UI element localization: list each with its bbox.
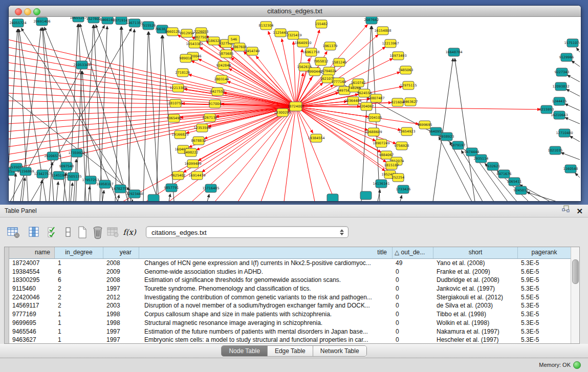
graph-node[interactable]: 1733426: [396, 185, 411, 193]
column-header-pagerank[interactable]: pagerank: [518, 247, 571, 258]
column-header-short[interactable]: short: [433, 247, 518, 258]
graph-node[interactable]: 8215953: [539, 105, 554, 114]
delete-table-icon[interactable]: [90, 225, 105, 240]
graph-edge[interactable]: [207, 194, 209, 201]
rows-icon[interactable]: [60, 225, 76, 240]
graph-node[interactable]: 8471676: [497, 170, 512, 178]
graph-node[interactable]: 1581245: [332, 58, 347, 67]
graph-edge[interactable]: [296, 106, 315, 201]
graph-node[interactable]: 13654923: [398, 127, 415, 136]
graph-node[interactable]: 8427552: [210, 87, 225, 96]
graph-node[interactable]: 12975115: [400, 81, 417, 90]
graph-node[interactable]: 12923448: [126, 190, 143, 198]
graph-node[interactable]: 16648784: [445, 48, 462, 56]
graph-node[interactable]: 1498222: [184, 148, 199, 157]
graph-node[interactable]: 1527802: [86, 17, 101, 23]
graph-node[interactable]: 252254: [392, 173, 405, 182]
graph-node[interactable]: 1815182: [384, 161, 399, 169]
graph-node[interactable]: 546: [228, 35, 239, 43]
graph-node[interactable]: 1125443: [273, 29, 288, 37]
table-options-icon[interactable]: [6, 225, 21, 240]
graph-node[interactable]: 155482: [315, 20, 328, 28]
graph-edge[interactable]: [9, 106, 296, 108]
graph-edge[interactable]: [115, 27, 121, 201]
graph-edge[interactable]: [296, 106, 540, 110]
graph-edge[interactable]: [568, 75, 580, 82]
graph-node[interactable]: 7625402: [171, 171, 186, 180]
graph-edge[interactable]: [570, 136, 580, 142]
graph-edge[interactable]: [191, 61, 296, 106]
column-header-title[interactable]: title: [139, 247, 393, 258]
graph-edge[interactable]: [572, 61, 580, 67]
table-select-dropdown[interactable]: citations_edges.txt: [146, 226, 349, 238]
graph-edge[interactable]: [238, 106, 296, 201]
graph-edge[interactable]: [40, 180, 42, 201]
table-row[interactable]: 911546021997Tourette syndrome. Phenomeno…: [9, 285, 571, 293]
new-table-icon[interactable]: [75, 225, 90, 240]
graph-edge[interactable]: [296, 106, 401, 130]
graph-node[interactable]: 8267130: [203, 114, 217, 122]
graph-node[interactable]: 8990448: [308, 68, 322, 76]
graph-edge[interactable]: [567, 89, 580, 96]
graph-node[interactable]: 1065411: [507, 178, 522, 186]
tab-edge-table[interactable]: Edge Table: [268, 346, 313, 356]
graph-node[interactable]: 9912954: [180, 29, 194, 37]
graph-edge[interactable]: [284, 106, 296, 201]
graph-edge[interactable]: [296, 73, 303, 106]
graph-node[interactable]: 10688609: [365, 128, 382, 136]
graph-node[interactable]: 9097548: [59, 162, 74, 170]
table-row[interactable]: 1830029562008Estimation of significance …: [9, 276, 571, 285]
graph-edge[interactable]: [575, 173, 580, 178]
column-header-name[interactable]: name: [9, 247, 55, 258]
graph-edge[interactable]: [169, 194, 170, 201]
graph-node[interactable]: 8938923: [440, 133, 454, 141]
float-panel-icon[interactable]: [562, 205, 570, 217]
table-header-row[interactable]: namein_degreeyeartitle△ out_de...shortpa…: [9, 247, 571, 259]
graph-node[interactable]: 18640910: [294, 39, 311, 47]
graph-node[interactable]: 9129966: [559, 53, 574, 61]
graph-node[interactable]: 9227343: [555, 68, 570, 76]
graph-node[interactable]: 2204105: [367, 114, 382, 122]
graph-node[interactable]: [327, 194, 338, 201]
table-row[interactable]: 946362711997Embryonic stem cells: a mode…: [9, 336, 571, 343]
graph-node[interactable]: 6879197: [451, 141, 466, 149]
graph-edge[interactable]: [71, 183, 73, 201]
graph-edge[interactable]: [56, 182, 58, 201]
column-header-out_de[interactable]: △ out_de...: [393, 247, 433, 258]
graph-edge[interactable]: [9, 106, 296, 147]
graph-node[interactable]: 6794024: [322, 67, 337, 75]
graph-node[interactable]: 15716485: [202, 184, 219, 192]
graph-node[interactable]: 8132304: [259, 21, 274, 30]
table-row[interactable]: 969969511998Structural magnetic resonanc…: [9, 319, 571, 327]
graph-node[interactable]: 14136141: [373, 180, 389, 188]
graph-node[interactable]: 1961379: [323, 42, 338, 50]
graph-edge[interactable]: [143, 32, 148, 201]
network-graph[interactable]: 1872400718300295240557242069140610655257…: [9, 17, 580, 201]
graph-edge[interactable]: [565, 104, 580, 111]
graph-edge[interactable]: [261, 106, 296, 201]
function-builder-icon[interactable]: f(x): [122, 225, 137, 240]
graph-node[interactable]: 16099489: [184, 160, 201, 168]
graph-node[interactable]: 1810755: [168, 99, 183, 107]
column-header-in_degree[interactable]: in_degree: [55, 247, 103, 258]
graph-node[interactable]: 8454749: [245, 47, 260, 55]
column-header-year[interactable]: year: [103, 247, 139, 258]
graph-node[interactable]: 12213967: [382, 39, 399, 48]
table-row[interactable]: 1872400712008Changes of HCN gene express…: [9, 259, 571, 268]
column-selector-icon[interactable]: [27, 225, 42, 240]
graph-node[interactable]: 12505135: [64, 172, 81, 181]
tab-network-table[interactable]: Network Table: [313, 346, 366, 356]
graph-node[interactable]: 9857791: [164, 184, 179, 192]
graph-node[interactable]: 16210643: [551, 111, 568, 119]
graph-node[interactable]: 2935114: [474, 155, 489, 163]
network-canvas[interactable]: 1872400718300295240557242069140610655257…: [9, 17, 581, 201]
graph-node[interactable]: 5875685: [219, 50, 234, 58]
graph-edge[interactable]: [296, 106, 368, 130]
graph-edge[interactable]: [188, 74, 296, 106]
graph-node[interactable]: 10655257: [70, 17, 86, 22]
graph-edge[interactable]: [400, 195, 402, 201]
graph-node[interactable]: 7955812: [314, 57, 329, 65]
graph-edge[interactable]: [49, 162, 52, 201]
graph-node[interactable]: 12710480: [556, 129, 573, 137]
graph-node[interactable]: 16154808: [374, 27, 391, 35]
